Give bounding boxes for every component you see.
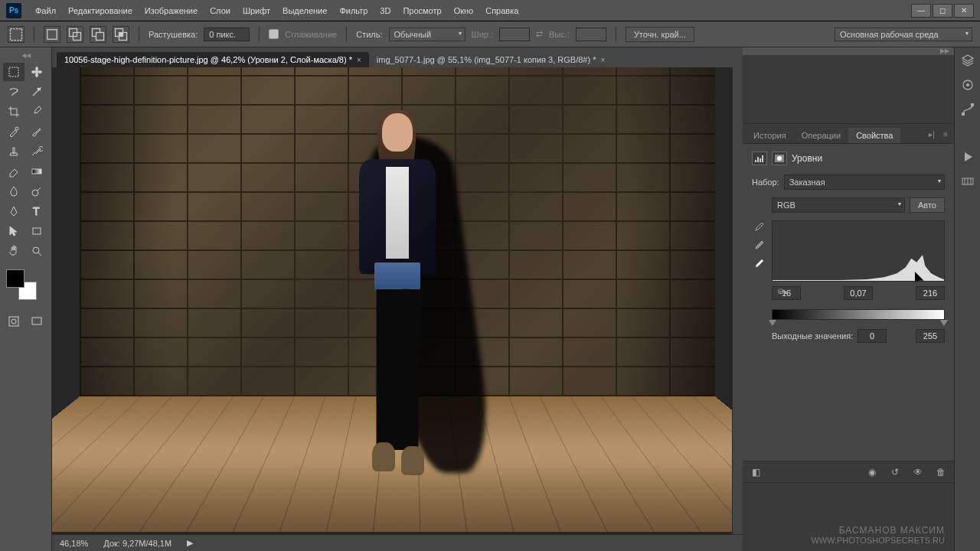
output-low[interactable] — [858, 329, 887, 343]
output-high[interactable] — [916, 329, 945, 343]
color-swatches[interactable] — [6, 269, 37, 300]
type-tool[interactable]: T — [26, 202, 47, 220]
status-caret-icon[interactable]: ▶ — [187, 538, 193, 548]
antialias-checkbox[interactable] — [269, 29, 279, 39]
path-selection-tool[interactable] — [3, 222, 24, 240]
menu-view[interactable]: Просмотр — [397, 3, 447, 18]
pen-tool[interactable] — [3, 202, 24, 220]
auto-button[interactable]: Авто — [910, 197, 945, 213]
menu-window[interactable]: Окно — [448, 3, 480, 18]
input-levels-icon: ⛁▴ — [778, 288, 792, 298]
channel-select[interactable]: RGB — [772, 197, 905, 213]
zoom-tool[interactable] — [26, 242, 47, 260]
menu-filter[interactable]: Фильтр — [333, 3, 374, 18]
subtract-selection-icon[interactable] — [90, 26, 106, 43]
input-highlight[interactable] — [916, 286, 945, 300]
workspace-select[interactable]: Основная рабочая среда — [835, 28, 972, 41]
visibility-icon[interactable]: 👁 — [911, 465, 925, 479]
lasso-tool[interactable] — [3, 83, 24, 101]
zoom-value[interactable]: 46,18% — [60, 539, 88, 548]
menu-file[interactable]: Файл — [29, 3, 62, 18]
menu-image[interactable]: Изображение — [139, 3, 204, 18]
layer-mask-icon[interactable] — [772, 152, 787, 165]
input-gamma[interactable] — [844, 286, 873, 300]
brush-tool[interactable] — [26, 122, 47, 141]
tab-properties[interactable]: Свойства — [848, 128, 900, 143]
menu-select[interactable]: Выделение — [276, 3, 333, 18]
new-selection-icon[interactable] — [44, 26, 60, 43]
magic-wand-tool[interactable] — [26, 83, 47, 101]
hand-tool[interactable] — [3, 242, 24, 260]
intersect-selection-icon[interactable] — [113, 26, 129, 43]
healing-brush-tool[interactable] — [3, 122, 24, 141]
tools-collapse[interactable]: ◀◀ — [3, 52, 48, 58]
screen-mode-tool[interactable] — [26, 312, 47, 331]
add-selection-icon[interactable] — [67, 26, 83, 43]
timeline-panel-icon[interactable] — [959, 173, 976, 190]
close-button[interactable]: ✕ — [954, 4, 974, 18]
clip-to-layer-icon[interactable]: ◧ — [749, 465, 763, 479]
bottom-collapsed-panel[interactable]: БАСМАНОВ МАКСИМ WWW.PHOTOSHOPSECRETS.RU — [743, 482, 954, 551]
feather-input[interactable] — [204, 28, 250, 41]
layers-panel-icon[interactable] — [959, 52, 976, 69]
maximize-button[interactable]: ◻ — [933, 4, 952, 18]
canvas-viewport[interactable] — [52, 67, 743, 534]
gradient-tool[interactable] — [26, 162, 47, 181]
style-select[interactable]: Обычный — [389, 28, 466, 41]
svg-rect-14 — [33, 228, 41, 234]
levels-adjustment-icon[interactable] — [752, 152, 767, 165]
output-shadow-handle[interactable] — [769, 320, 776, 326]
rectangle-tool[interactable] — [26, 222, 47, 240]
menu-edit[interactable]: Редактирование — [62, 3, 139, 18]
move-tool[interactable] — [26, 63, 47, 81]
reset-icon[interactable]: ↺ — [888, 465, 902, 479]
menu-type[interactable]: Шрифт — [237, 3, 276, 18]
eyedropper-tool[interactable] — [26, 103, 47, 121]
panel-menu-icon[interactable]: ≡ — [940, 130, 951, 141]
svg-point-15 — [33, 247, 39, 253]
menu-3d[interactable]: 3D — [374, 3, 397, 18]
black-point-eyedropper-icon[interactable] — [752, 220, 766, 234]
eraser-tool[interactable] — [3, 162, 24, 181]
vertical-scrollbar[interactable] — [732, 67, 743, 534]
tab-history[interactable]: История — [746, 128, 794, 143]
tab-close-icon[interactable]: × — [600, 56, 605, 64]
history-brush-tool[interactable] — [26, 142, 47, 161]
clone-stamp-tool[interactable] — [3, 142, 24, 161]
refine-edge-button[interactable]: Уточн. край... — [626, 27, 694, 42]
minimized-panel-top[interactable] — [743, 55, 954, 124]
foreground-color[interactable] — [6, 269, 24, 288]
histogram[interactable] — [772, 220, 945, 282]
watermark: БАСМАНОВ МАКСИМ WWW.PHOTOSHOPSECRETS.RU — [811, 525, 945, 545]
channels-panel-icon[interactable] — [959, 77, 976, 93]
play-panel-icon[interactable] — [959, 148, 976, 165]
quick-mask-tool[interactable] — [3, 312, 24, 331]
output-gradient[interactable] — [772, 309, 945, 320]
blur-tool[interactable] — [3, 182, 24, 201]
preset-select[interactable]: Заказная — [784, 174, 945, 190]
current-tool-icon[interactable] — [8, 26, 24, 43]
doc-size[interactable]: Док: 9,27М/48,1М — [103, 539, 172, 548]
minimize-button[interactable]: — — [911, 4, 931, 18]
separator — [34, 27, 34, 42]
menu-help[interactable]: Справка — [479, 3, 524, 18]
marquee-tool[interactable] — [3, 63, 24, 81]
tab-close-icon[interactable]: × — [357, 56, 361, 64]
document-tab-active[interactable]: 10056-stage-high-definition-picture.jpg … — [57, 52, 369, 67]
svg-rect-24 — [971, 103, 974, 106]
panel-collapse[interactable]: ▶▶ — [743, 47, 954, 55]
menu-layers[interactable]: Слои — [204, 3, 237, 18]
antialias-label: Сглаживание — [285, 30, 337, 39]
separator — [346, 27, 347, 42]
view-previous-icon[interactable]: ◉ — [865, 465, 879, 479]
gray-point-eyedropper-icon[interactable] — [752, 239, 766, 253]
panel-expand-icon[interactable]: ▸| — [926, 130, 937, 141]
output-highlight-handle[interactable] — [940, 320, 948, 326]
crop-tool[interactable] — [3, 103, 24, 121]
white-point-eyedropper-icon[interactable] — [752, 257, 766, 271]
document-tab-inactive[interactable]: img_5077-1.jpg @ 55,1% (img_5077-1 копия… — [369, 52, 613, 67]
trash-icon[interactable]: 🗑 — [934, 465, 948, 479]
paths-panel-icon[interactable] — [959, 101, 976, 118]
tab-actions[interactable]: Операции — [794, 128, 848, 143]
dodge-tool[interactable] — [26, 182, 47, 201]
